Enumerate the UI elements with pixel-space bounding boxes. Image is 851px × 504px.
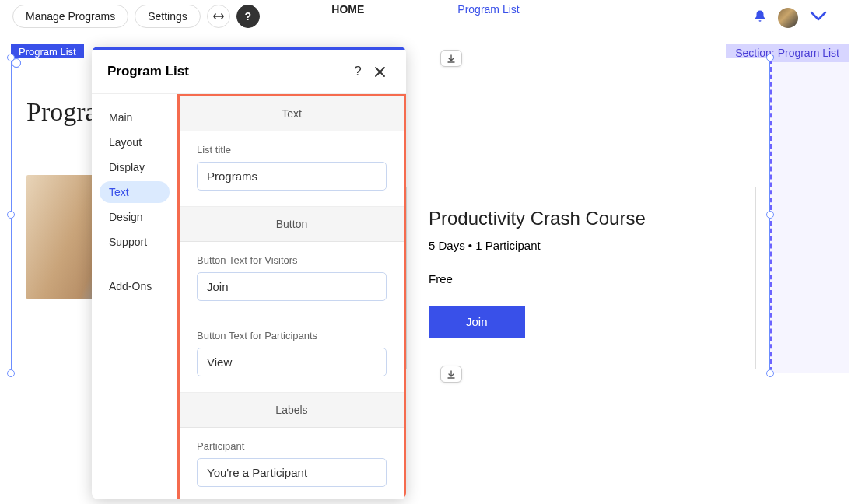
panel-body: Main Layout Display Text Design Support … xyxy=(92,94,406,499)
resize-handle-tl[interactable] xyxy=(7,54,15,61)
avatar[interactable] xyxy=(778,8,798,28)
sidebar-item-support[interactable]: Support xyxy=(100,231,170,253)
panel-content: Text List title Button Button Text for V… xyxy=(177,94,406,499)
list-title-label: List title xyxy=(197,144,387,156)
join-button[interactable]: Join xyxy=(429,306,525,338)
resize-handle-bl[interactable] xyxy=(7,369,15,377)
expand-icon[interactable] xyxy=(207,5,230,28)
btn-participants-input[interactable] xyxy=(197,348,387,376)
section-heading-text: Text xyxy=(180,96,404,131)
field-btn-visitors: Button Text for Visitors xyxy=(180,242,404,317)
panel-close-icon[interactable] xyxy=(369,61,390,82)
top-right-controls xyxy=(753,8,828,28)
resize-handle-ml[interactable] xyxy=(7,211,15,219)
attach-top-icon[interactable] xyxy=(440,50,462,67)
section-heading-button: Button xyxy=(180,207,404,242)
settings-button[interactable]: Settings xyxy=(135,5,201,28)
participant-label: Participant xyxy=(197,440,387,452)
nav-program-list[interactable]: Program List xyxy=(457,3,519,16)
sidebar-item-design[interactable]: Design xyxy=(100,206,170,228)
btn-participants-label: Button Text for Participants xyxy=(197,330,387,341)
sidebar-item-main[interactable]: Main xyxy=(100,107,170,128)
participant-input[interactable] xyxy=(197,458,387,487)
field-btn-participants: Button Text for Participants xyxy=(180,317,404,393)
field-list-title: List title xyxy=(180,131,404,207)
card-price: Free xyxy=(429,272,734,285)
panel-title: Program List xyxy=(107,64,347,79)
btn-visitors-label: Button Text for Visitors xyxy=(197,254,387,266)
manage-programs-button[interactable]: Manage Programs xyxy=(12,5,128,28)
notifications-icon[interactable] xyxy=(753,9,767,26)
resize-handle-tr[interactable] xyxy=(766,54,774,61)
list-title-input[interactable] xyxy=(197,162,387,191)
section-heading-labels: Labels xyxy=(180,393,404,428)
settings-panel: Program List ? Main Layout Display Text … xyxy=(92,47,406,499)
sidebar-divider xyxy=(109,264,160,264)
sidebar-item-layout[interactable]: Layout xyxy=(100,131,170,153)
nav-tabs: HOME Program List xyxy=(331,3,519,16)
help-icon[interactable]: ? xyxy=(236,5,260,28)
nav-home[interactable]: HOME xyxy=(331,3,364,16)
field-participant: Participant xyxy=(180,428,404,499)
panel-sidebar: Main Layout Display Text Design Support … xyxy=(92,94,177,499)
program-card: Productivity Crash Course 5 Days • 1 Par… xyxy=(406,187,756,369)
section-strip xyxy=(770,58,849,373)
page-title: Progra xyxy=(26,97,97,127)
panel-header: Program List ? xyxy=(92,50,406,94)
card-meta: 5 Days • 1 Participant xyxy=(429,239,734,252)
sidebar-item-addons[interactable]: Add-Ons xyxy=(100,275,170,297)
card-title: Productivity Crash Course xyxy=(429,208,734,229)
sidebar-item-display[interactable]: Display xyxy=(100,156,170,178)
account-dropdown-icon[interactable] xyxy=(809,10,828,26)
resize-handle-mr[interactable] xyxy=(766,211,774,219)
btn-visitors-input[interactable] xyxy=(197,272,387,301)
resize-handle-br[interactable] xyxy=(766,369,774,377)
sidebar-item-text[interactable]: Text xyxy=(100,181,170,203)
panel-help-icon[interactable]: ? xyxy=(347,61,369,82)
